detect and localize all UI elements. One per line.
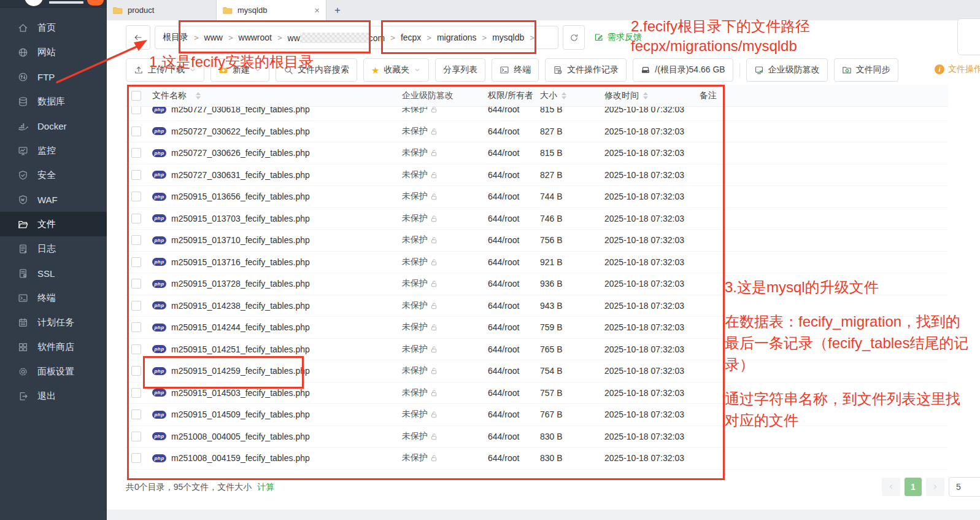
row-checkbox[interactable] bbox=[131, 432, 141, 441]
table-row[interactable]: phpm250727_030622_fecify_tables.php未保护64… bbox=[126, 121, 948, 143]
sidebar-item-waf[interactable]: WAF bbox=[0, 187, 107, 212]
file-name-cell[interactable]: phpm250915_013656_fecify_tables.php bbox=[152, 192, 402, 201]
sidebar-item-appstore[interactable]: 软件商店 bbox=[0, 335, 107, 359]
refresh-button[interactable] bbox=[563, 25, 585, 50]
breadcrumb-segment[interactable]: fecpx bbox=[401, 33, 421, 42]
table-row[interactable]: phpm250915_013703_fecify_tables.php未保护64… bbox=[126, 208, 948, 230]
row-checkbox[interactable] bbox=[131, 126, 141, 136]
breadcrumb-segment[interactable]: www bbox=[204, 33, 223, 42]
row-checkbox[interactable] bbox=[131, 148, 141, 158]
sidebar-item-security[interactable]: 安全 bbox=[0, 163, 107, 187]
row-checkbox[interactable] bbox=[131, 301, 141, 311]
disk-button[interactable]: /(根目录)54.66 GB bbox=[633, 58, 733, 82]
file-name-cell[interactable]: phpm251008_004159_fecify_tables.php bbox=[152, 453, 402, 463]
file-ops-log-button[interactable]: 文件操作记录 bbox=[545, 58, 627, 82]
table-row[interactable]: phpm250915_014509_fecify_tables.php未保护64… bbox=[126, 404, 948, 426]
file-name-cell[interactable]: phpm250727_030631_fecify_tables.php bbox=[152, 170, 402, 180]
breadcrumb-segment-censored[interactable]: wwcom bbox=[288, 33, 385, 43]
file-name-cell[interactable]: phpm250915_014259_fecify_tables.php bbox=[152, 366, 402, 376]
partial-edge-button[interactable] bbox=[957, 18, 980, 55]
file-name-cell[interactable]: phpm250915_013716_fecify_tables.php bbox=[152, 257, 402, 267]
table-row[interactable]: phpm250915_014259_fecify_tables.php未保护64… bbox=[126, 360, 948, 382]
select-all-checkbox[interactable] bbox=[131, 91, 141, 101]
terminal-button[interactable]: 终端 bbox=[492, 58, 539, 82]
row-checkbox[interactable] bbox=[131, 322, 141, 332]
breadcrumb-root[interactable]: 根目录 bbox=[163, 32, 188, 43]
sidebar-item-files[interactable]: 文件 bbox=[0, 212, 107, 236]
row-checkbox[interactable] bbox=[131, 170, 141, 180]
calc-size-link[interactable]: 计算 bbox=[257, 482, 274, 492]
content-search-button[interactable]: 文件内容搜索 bbox=[276, 58, 357, 82]
sidebar-item-database[interactable]: 数据库 bbox=[0, 89, 107, 114]
file-name-cell[interactable]: phpm250915_014503_fecify_tables.php bbox=[152, 388, 402, 398]
row-checkbox[interactable] bbox=[131, 279, 141, 289]
table-row[interactable]: phpm250915_013728_fecify_tables.php未保护64… bbox=[126, 273, 948, 295]
file-name-cell[interactable]: phpm250915_013710_fecify_tables.php bbox=[152, 235, 402, 245]
breadcrumb-segment[interactable]: migrations bbox=[437, 33, 477, 42]
row-checkbox[interactable] bbox=[131, 409, 141, 419]
row-checkbox[interactable] bbox=[131, 214, 141, 223]
page-size-select[interactable]: 5 bbox=[949, 477, 980, 497]
row-checkbox[interactable] bbox=[131, 235, 141, 245]
feedback-link[interactable]: 需求反馈 bbox=[594, 32, 642, 43]
share-list-button[interactable]: 分享列表 bbox=[435, 58, 485, 82]
row-checkbox[interactable] bbox=[131, 192, 141, 201]
file-tip[interactable]: i 文件操作 bbox=[935, 64, 980, 75]
sidebar-item-settings[interactable]: 面板设置 bbox=[0, 359, 107, 384]
file-name-cell[interactable]: phpm250915_013728_fecify_tables.php bbox=[152, 279, 402, 289]
file-name-cell[interactable]: phpm250727_030618_fecify_tables.php bbox=[152, 107, 402, 114]
column-header[interactable]: 文件名称 bbox=[152, 90, 402, 101]
column-header[interactable]: 大小 bbox=[540, 90, 604, 101]
file-name-cell[interactable]: phpm251008_004005_fecify_tables.php bbox=[152, 432, 402, 441]
row-checkbox[interactable] bbox=[131, 388, 141, 398]
new-button[interactable]: 新建 bbox=[210, 58, 269, 82]
sort-icon[interactable] bbox=[196, 92, 201, 99]
row-checkbox[interactable] bbox=[131, 344, 141, 354]
file-name-cell[interactable]: phpm250727_030626_fecify_tables.php bbox=[152, 148, 402, 158]
sidebar-item-monitor[interactable]: 监控 bbox=[0, 138, 107, 163]
sort-icon[interactable] bbox=[561, 92, 566, 99]
row-checkbox[interactable] bbox=[131, 257, 141, 267]
table-row[interactable]: phpm251008_004005_fecify_tables.php未保护64… bbox=[126, 426, 948, 448]
breadcrumb-segment[interactable]: mysqldb bbox=[492, 33, 524, 42]
next-page-button[interactable] bbox=[926, 478, 944, 496]
column-header[interactable]: 修改时间 bbox=[604, 90, 700, 101]
sidebar-item-logs[interactable]: 日志 bbox=[0, 236, 107, 261]
table-row[interactable]: phpm250727_030618_fecify_tables.php未保护64… bbox=[126, 107, 948, 121]
breadcrumb-segment[interactable]: wwwroot bbox=[239, 33, 272, 42]
table-row[interactable]: phpm250915_013656_fecify_tables.php未保护64… bbox=[126, 186, 948, 208]
table-row[interactable]: phpm250915_014238_fecify_tables.php未保护64… bbox=[126, 295, 948, 317]
table-row[interactable]: phpm250727_030626_fecify_tables.php未保护64… bbox=[126, 142, 948, 165]
sidebar-item-cron[interactable]: 计划任务 bbox=[0, 310, 107, 335]
tamper-proof-button[interactable]: 企业级防篡改 bbox=[746, 58, 828, 82]
table-row[interactable]: phpm251008_004159_fecify_tables.php未保护64… bbox=[126, 448, 948, 470]
table-row[interactable]: phpm250727_030631_fecify_tables.php未保护64… bbox=[126, 165, 948, 187]
upload-button[interactable]: 上传/下载 bbox=[126, 58, 204, 82]
tab-product[interactable]: product bbox=[107, 0, 217, 20]
sidebar-item-website[interactable]: 网站 bbox=[0, 40, 107, 64]
table-row[interactable]: phpm250915_014503_fecify_tables.php未保护64… bbox=[126, 382, 948, 405]
current-page[interactable]: 1 bbox=[905, 478, 922, 496]
prev-page-button[interactable] bbox=[882, 478, 900, 496]
close-tab-icon[interactable]: × bbox=[314, 5, 320, 15]
row-checkbox[interactable] bbox=[131, 366, 141, 376]
file-name-cell[interactable]: phpm250915_014251_fecify_tables.php bbox=[152, 344, 402, 354]
file-name-cell[interactable]: phpm250915_014238_fecify_tables.php bbox=[152, 301, 402, 311]
sidebar-item-terminal[interactable]: 终端 bbox=[0, 285, 107, 310]
table-row[interactable]: phpm250915_014251_fecify_tables.php未保护64… bbox=[126, 339, 948, 361]
favorites-button[interactable]: ★收藏夹 bbox=[363, 58, 429, 82]
table-row[interactable]: phpm250915_013710_fecify_tables.php未保护64… bbox=[126, 230, 948, 252]
file-sync-button[interactable]: 文件同步 bbox=[834, 58, 898, 82]
file-name-cell[interactable]: phpm250915_014244_fecify_tables.php bbox=[152, 322, 402, 332]
back-button[interactable] bbox=[126, 25, 150, 50]
sidebar-item-docker[interactable]: Docker bbox=[0, 114, 107, 138]
table-row[interactable]: phpm250915_014244_fecify_tables.php未保护64… bbox=[126, 317, 948, 339]
sidebar-item-logout[interactable]: 退出 bbox=[0, 384, 107, 408]
file-name-cell[interactable]: phpm250915_014509_fecify_tables.php bbox=[152, 409, 402, 419]
tab-mysqldb[interactable]: mysqldb× bbox=[217, 0, 326, 20]
sidebar-item-ftp[interactable]: FTP bbox=[0, 64, 107, 89]
sidebar-item-home[interactable]: 首页 bbox=[0, 15, 107, 40]
sort-icon[interactable] bbox=[643, 92, 648, 99]
table-row[interactable]: phpm250915_013716_fecify_tables.php未保护64… bbox=[126, 252, 948, 274]
sidebar-item-ssl[interactable]: SSL bbox=[0, 261, 107, 285]
